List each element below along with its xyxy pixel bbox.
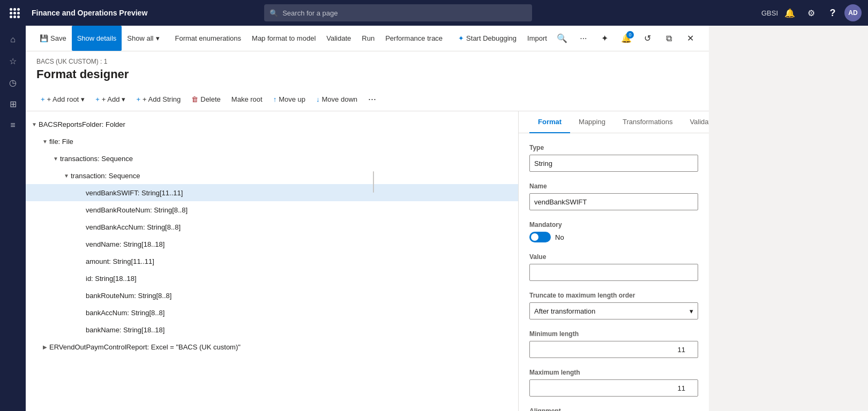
tree-item-transaction[interactable]: ▼ transaction: Sequence (26, 167, 518, 184)
notification-badge: 0 (626, 31, 634, 39)
toolbar-refresh-button[interactable]: ↺ (638, 29, 657, 48)
workspaces-icon: ⊞ (10, 99, 17, 109)
tree-item-id[interactable]: id: String[18..18] (26, 270, 518, 287)
alignment-label: Alignment (529, 407, 698, 411)
move-up-button[interactable]: ↑ Move up (269, 91, 310, 108)
gear-icon: ⚙ (807, 8, 815, 18)
favorites-icon: ☆ (9, 56, 17, 66)
right-pane: Format Mapping Transformations Validatio… (519, 111, 709, 411)
truncate-dropdown[interactable]: After transformation ▾ (529, 302, 698, 319)
value-input[interactable] (529, 264, 698, 281)
import-button[interactable]: Import (522, 26, 552, 51)
tree-item-label: bankAccNum: String[8..8] (86, 309, 514, 317)
show-details-button[interactable]: Show details (72, 26, 122, 51)
gbsi-label: GBSI (761, 9, 778, 17)
close-icon: ✕ (687, 33, 694, 43)
truncate-field-group: Truncate to maximum length order After t… (529, 292, 698, 319)
settings-button[interactable]: ⚙ (802, 3, 821, 22)
recent-icon: ◷ (9, 78, 17, 88)
tree-item-bank-route-num[interactable]: bankRouteNum: String[8..8] (26, 287, 518, 304)
tab-validations[interactable]: Validations (681, 111, 709, 133)
toolbar-close-button[interactable]: ✕ (681, 29, 700, 48)
tab-mapping[interactable]: Mapping (570, 111, 614, 133)
search-bar[interactable]: 🔍 (264, 4, 532, 21)
mandatory-toggle[interactable] (529, 232, 551, 242)
tab-format[interactable]: Format (529, 111, 570, 133)
tab-transformations[interactable]: Transformations (614, 111, 681, 133)
tree-item-file[interactable]: ▼ file: File (26, 133, 518, 150)
tree-item-vend-name[interactable]: vendName: String[18..18] (26, 235, 518, 253)
sidebar-item-recent[interactable]: ◷ (3, 73, 23, 92)
max-length-input[interactable] (529, 379, 698, 397)
move-down-icon: ↓ (316, 95, 320, 103)
left-sidebar: ⌂ ☆ ◷ ⊞ ≡ (0, 26, 26, 411)
save-button[interactable]: 💾 Save (34, 26, 72, 51)
toolbar-notification-button[interactable]: 🔔 0 (617, 29, 636, 48)
second-toolbar: 💾 Save Show details Show all ▾ Format en… (26, 26, 709, 51)
toolbar-open-button[interactable]: ⧉ (660, 29, 679, 48)
more-actions-button[interactable]: ··· (364, 91, 380, 108)
tree-item-bank-acc-num[interactable]: bankAccNum: String[8..8] (26, 304, 518, 321)
sidebar-item-modules[interactable]: ≡ (3, 116, 23, 135)
truncate-value: After transformation (534, 307, 595, 315)
sidebar-item-workspaces[interactable]: ⊞ (3, 94, 23, 113)
max-length-field-group: Maximum length (529, 369, 698, 397)
tree-item-er-vend-out[interactable]: ▶ ERVendOutPaymControlReport: Excel = "B… (26, 338, 518, 355)
mandatory-toggle-row: No (529, 232, 698, 242)
refresh-icon: ↺ (644, 33, 651, 43)
start-debugging-button[interactable]: ✦ Start Debugging (453, 26, 522, 51)
toggle-knob (531, 233, 538, 241)
modules-icon: ≡ (10, 120, 15, 130)
toolbar-search-button[interactable]: 🔍 (552, 29, 572, 48)
help-icon: ? (830, 7, 836, 19)
breadcrumb: BACS (UK CUSTOM) : 1 (36, 58, 698, 65)
move-down-button[interactable]: ↓ Move down (312, 91, 362, 108)
debug-icon: ✦ (458, 34, 464, 42)
performance-trace-button[interactable]: Performance trace (380, 26, 448, 51)
add-root-button[interactable]: + + Add root ▾ (36, 91, 89, 108)
search-input[interactable] (282, 9, 527, 17)
add-root-dropdown-icon: ▾ (81, 95, 85, 103)
add-root-icon: + (41, 95, 45, 103)
add-button[interactable]: + + Add ▾ (91, 91, 130, 108)
name-input[interactable] (529, 193, 698, 210)
format-enumerations-button[interactable]: Format enumerations (170, 26, 247, 51)
tree-item-amount[interactable]: amount: String[11..11] (26, 253, 518, 270)
search-icon: 🔍 (270, 9, 278, 17)
tree-arrow: ▼ (41, 139, 49, 144)
add-icon: + (95, 95, 100, 103)
name-field-group: Name (529, 182, 698, 210)
tree-item-vend-bank-route-num[interactable]: vendBankRouteNum: String[8..8] (26, 201, 518, 218)
right-panel-content: Type String Name Mandatory (519, 133, 709, 411)
make-root-button[interactable]: Make root (227, 91, 267, 108)
add-string-button[interactable]: + + Add String (132, 91, 185, 108)
toolbar-more-button[interactable]: ··· (574, 29, 593, 48)
tree-item-transactions[interactable]: ▼ transactions: Sequence (26, 150, 518, 167)
truncate-chevron-icon: ▾ (690, 307, 693, 315)
tree-item-vend-bank-acc-num[interactable]: vendBankAccNum: String[8..8] (26, 218, 518, 235)
sidebar-item-home[interactable]: ⌂ (3, 30, 23, 49)
run-button[interactable]: Run (356, 26, 380, 51)
tree-item-label: vendBankRouteNum: String[8..8] (86, 206, 514, 214)
map-format-to-model-button[interactable]: Map format to model (246, 26, 321, 51)
tree-item-vend-bank-swift[interactable]: vendBankSWIFT: String[11..11] (26, 184, 518, 201)
mandatory-toggle-label: No (555, 233, 564, 241)
tree-item-bank-name[interactable]: bankName: String[18..18] (26, 321, 518, 338)
help-button[interactable]: ? (823, 3, 842, 22)
notification-button[interactable]: 🔔 (780, 3, 799, 22)
action-bar: + + Add root ▾ + + Add ▾ + + Add String … (26, 88, 709, 111)
toolbar-settings-button[interactable]: ✦ (595, 29, 615, 48)
user-avatar[interactable]: AD (844, 4, 862, 21)
tree-item-label: bankName: String[18..18] (86, 326, 514, 334)
app-grid-button[interactable] (6, 5, 23, 21)
validate-button[interactable]: Validate (321, 26, 356, 51)
tree-arrow: ▼ (30, 121, 39, 127)
sidebar-item-favorites[interactable]: ☆ (3, 51, 23, 71)
delete-button[interactable]: 🗑 Delete (187, 91, 225, 108)
delete-icon: 🗑 (191, 95, 198, 103)
tree-item-bacs-folder[interactable]: ▼ BACSReportsFolder: Folder (26, 116, 518, 133)
show-all-button[interactable]: Show all ▾ (122, 26, 164, 51)
app-title: Finance and Operations Preview (32, 9, 147, 17)
tree-arrow: ▶ (41, 344, 49, 350)
min-length-input[interactable] (529, 341, 698, 358)
